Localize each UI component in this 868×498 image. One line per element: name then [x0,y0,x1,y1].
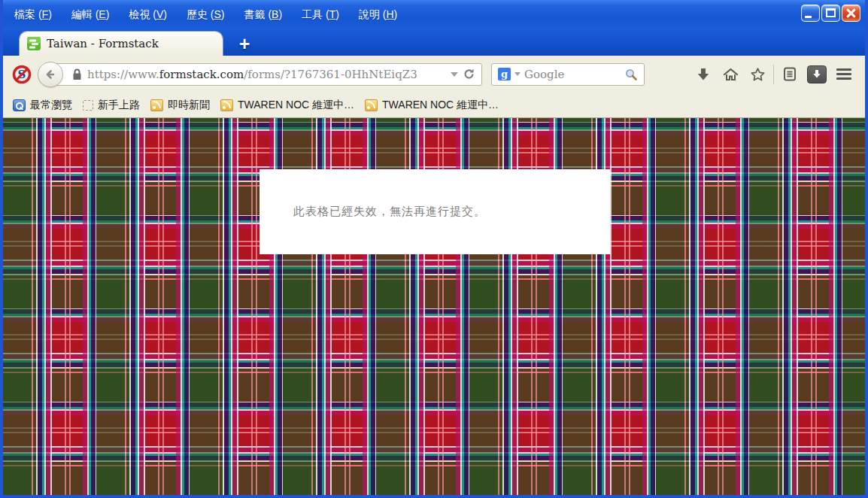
page-content-tartan-background: 此表格已經失效，無法再進行提交。 [3,118,865,495]
bookmark-favicon-icon [220,99,233,111]
lock-icon [72,68,82,80]
tab-title: Taiwan - Formstack [47,37,159,50]
menubar: 檔案 (F) 編輯 (E) 檢視 (V) 歷史 (S) 書籤 (B) 工具 (T… [8,5,410,25]
bookmarks-menu-button[interactable] [776,61,803,88]
back-arrow-icon [44,68,57,81]
bookmark-favicon-icon [150,99,163,111]
url-text: https://www.formstack.com/forms/?1767361… [87,68,445,81]
navigation-toolbar: S https://www.formstack.com/forms/?17673… [3,56,865,93]
bookmark-item[interactable]: TWAREN NOC 維運中… [360,96,504,114]
bookmarks-toolbar: 最常瀏覽 新手上路 即時新聞 TWAREN NOC 維運中… TWAREN NO… [3,93,865,118]
minimize-button[interactable] [801,5,820,22]
reload-icon[interactable] [463,68,475,80]
star-icon [750,67,766,82]
menu-item[interactable]: 編輯 (E) [65,5,117,25]
bookmark-favicon-icon [365,99,378,111]
form-expired-message: 此表格已經失效，無法再進行提交。 [293,205,486,219]
hamburger-icon [836,68,851,80]
bookmark-item[interactable]: TWAREN NOC 維運中… [215,96,360,114]
bookmark-star-button[interactable] [744,61,771,88]
menu-item[interactable]: 工具 (T) [295,5,346,25]
formstack-favicon-icon [27,37,41,50]
home-button[interactable] [717,61,744,88]
browser-window: 檔案 (F) 編輯 (E) 檢視 (V) 歷史 (S) 書籤 (B) 工具 (T… [0,0,868,498]
new-tab-button[interactable]: + [233,33,256,54]
minimize-icon [805,16,812,18]
bookmark-item[interactable]: 新手上路 [77,96,145,114]
bookmark-item[interactable]: 即時新聞 [145,96,215,114]
menu-button[interactable] [830,61,857,88]
search-engine-dropdown-icon[interactable] [514,72,520,76]
window-controls [801,5,860,22]
tab-taiwan-formstack[interactable]: Taiwan - Formstack [20,32,223,56]
url-dropdown-icon[interactable] [451,72,458,77]
maximize-icon [826,8,836,17]
search-magnifier-icon[interactable] [624,68,638,81]
bookmarks-list-icon [782,66,797,82]
url-bar[interactable]: https://www.formstack.com/forms/?1767361… [50,63,482,86]
dark-download-icon [807,65,827,84]
close-button[interactable] [842,5,860,22]
search-placeholder: Google [524,68,621,81]
downloads-button[interactable] [690,61,717,88]
title-menu-bar: 檔案 (F) 編輯 (E) 檢視 (V) 歷史 (S) 書籤 (B) 工具 (T… [3,0,865,30]
toolbar-buttons [690,61,857,88]
script-blocker-addon-icon[interactable]: S [12,65,32,84]
bookmark-favicon-icon [13,99,26,111]
bookmark-item[interactable]: 最常瀏覽 [8,96,77,114]
tab-strip: Taiwan - Formstack + [3,30,865,56]
form-expired-message-box: 此表格已經失效，無法再進行提交。 [259,169,610,254]
download-manager-addon-button[interactable] [803,61,830,88]
menu-item[interactable]: 歷史 (S) [180,5,232,25]
search-box[interactable]: g Google [491,63,645,86]
back-button[interactable] [38,62,63,87]
menu-item[interactable]: 檢視 (V) [122,5,174,25]
toolbar-separator [773,65,774,84]
bookmark-favicon-icon [83,100,93,111]
menu-item[interactable]: 說明 (H) [352,5,404,25]
menu-item[interactable]: 書籤 (B) [238,5,290,25]
home-icon [723,67,739,82]
download-arrow-icon [696,67,711,82]
maximize-button[interactable] [821,5,840,22]
google-engine-icon: g [498,68,511,80]
menu-item[interactable]: 檔案 (F) [8,5,59,25]
